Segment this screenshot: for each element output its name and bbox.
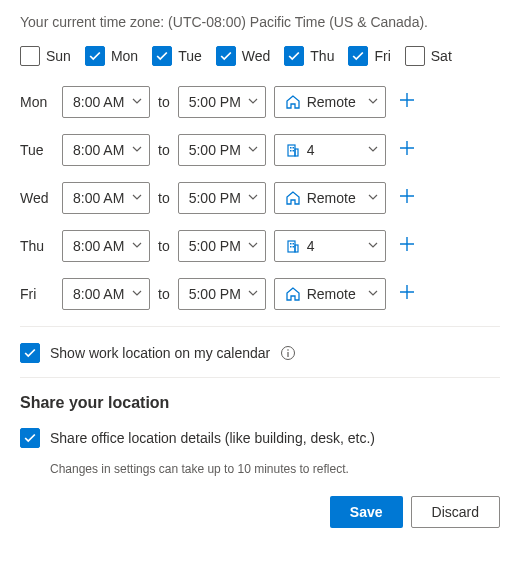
chevron-down-icon bbox=[131, 286, 143, 302]
chevron-down-icon bbox=[131, 190, 143, 206]
weekday-label: Thu bbox=[310, 48, 334, 64]
to-label: to bbox=[158, 94, 170, 110]
weekday-label: Tue bbox=[178, 48, 202, 64]
weekday-label: Wed bbox=[242, 48, 271, 64]
weekday-label: Sun bbox=[46, 48, 71, 64]
divider bbox=[20, 326, 500, 327]
chevron-down-icon bbox=[131, 238, 143, 254]
show-location-option: Show work location on my calendar bbox=[20, 343, 500, 363]
to-label: to bbox=[158, 286, 170, 302]
schedule-day-label: Thu bbox=[20, 238, 54, 254]
add-slot-button[interactable] bbox=[394, 281, 420, 307]
start-time-value: 8:00 AM bbox=[73, 286, 124, 302]
start-time-dropdown[interactable]: 8:00 AM bbox=[62, 86, 150, 118]
chevron-down-icon bbox=[247, 94, 259, 110]
end-time-dropdown[interactable]: 5:00 PM bbox=[178, 182, 266, 214]
chevron-down-icon bbox=[367, 286, 379, 302]
location-value: 4 bbox=[307, 142, 315, 158]
chevron-down-icon bbox=[131, 94, 143, 110]
show-location-checkbox[interactable] bbox=[20, 343, 40, 363]
location-dropdown[interactable]: Remote bbox=[274, 278, 386, 310]
end-time-value: 5:00 PM bbox=[189, 190, 241, 206]
add-slot-button[interactable] bbox=[394, 185, 420, 211]
discard-button[interactable]: Discard bbox=[411, 496, 500, 528]
start-time-dropdown[interactable]: 8:00 AM bbox=[62, 182, 150, 214]
weekday-thu: Thu bbox=[284, 46, 334, 66]
start-time-dropdown[interactable]: 8:00 AM bbox=[62, 278, 150, 310]
svg-rect-10 bbox=[290, 246, 292, 248]
end-time-dropdown[interactable]: 5:00 PM bbox=[178, 134, 266, 166]
weekday-checkbox-wed[interactable] bbox=[216, 46, 236, 66]
weekday-fri: Fri bbox=[348, 46, 390, 66]
timezone-text: Your current time zone: (UTC-08:00) Paci… bbox=[20, 14, 500, 30]
schedule-row-tue: Tue8:00 AMto5:00 PM4 bbox=[20, 134, 500, 166]
weekday-mon: Mon bbox=[85, 46, 138, 66]
weekday-sun: Sun bbox=[20, 46, 71, 66]
svg-rect-7 bbox=[295, 245, 298, 252]
weekday-checkbox-sat[interactable] bbox=[405, 46, 425, 66]
home-icon bbox=[285, 94, 301, 110]
end-time-dropdown[interactable]: 5:00 PM bbox=[178, 86, 266, 118]
schedule-day-label: Fri bbox=[20, 286, 54, 302]
weekday-tue: Tue bbox=[152, 46, 202, 66]
add-slot-button[interactable] bbox=[394, 233, 420, 259]
start-time-value: 8:00 AM bbox=[73, 142, 124, 158]
location-value: 4 bbox=[307, 238, 315, 254]
home-icon bbox=[285, 286, 301, 302]
weekday-selector: SunMonTueWedThuFriSat bbox=[20, 46, 500, 66]
weekday-checkbox-mon[interactable] bbox=[85, 46, 105, 66]
location-dropdown[interactable]: 4 bbox=[274, 134, 386, 166]
weekday-sat: Sat bbox=[405, 46, 452, 66]
schedule-day-label: Mon bbox=[20, 94, 54, 110]
schedule-day-label: Tue bbox=[20, 142, 54, 158]
end-time-dropdown[interactable]: 5:00 PM bbox=[178, 278, 266, 310]
schedule-row-fri: Fri8:00 AMto5:00 PMRemote bbox=[20, 278, 500, 310]
start-time-dropdown[interactable]: 8:00 AM bbox=[62, 230, 150, 262]
location-value: Remote bbox=[307, 286, 356, 302]
start-time-value: 8:00 AM bbox=[73, 94, 124, 110]
end-time-value: 5:00 PM bbox=[189, 94, 241, 110]
weekday-wed: Wed bbox=[216, 46, 271, 66]
schedule-row-wed: Wed8:00 AMto5:00 PMRemote bbox=[20, 182, 500, 214]
building-icon bbox=[285, 238, 301, 254]
svg-rect-2 bbox=[290, 147, 292, 149]
end-time-value: 5:00 PM bbox=[189, 238, 241, 254]
footer-buttons: Save Discard bbox=[20, 496, 500, 528]
save-button[interactable]: Save bbox=[330, 496, 403, 528]
svg-rect-5 bbox=[292, 150, 294, 152]
add-slot-button[interactable] bbox=[394, 89, 420, 115]
show-location-label: Show work location on my calendar bbox=[50, 345, 270, 361]
add-slot-button[interactable] bbox=[394, 137, 420, 163]
end-time-dropdown[interactable]: 5:00 PM bbox=[178, 230, 266, 262]
chevron-down-icon bbox=[247, 286, 259, 302]
location-value: Remote bbox=[307, 190, 356, 206]
svg-rect-8 bbox=[290, 243, 292, 245]
share-details-checkbox[interactable] bbox=[20, 428, 40, 448]
chevron-down-icon bbox=[131, 142, 143, 158]
chevron-down-icon bbox=[367, 94, 379, 110]
to-label: to bbox=[158, 190, 170, 206]
chevron-down-icon bbox=[367, 190, 379, 206]
svg-rect-1 bbox=[295, 149, 298, 156]
start-time-dropdown[interactable]: 8:00 AM bbox=[62, 134, 150, 166]
weekday-checkbox-fri[interactable] bbox=[348, 46, 368, 66]
home-icon bbox=[285, 190, 301, 206]
weekday-label: Mon bbox=[111, 48, 138, 64]
chevron-down-icon bbox=[367, 238, 379, 254]
info-icon[interactable] bbox=[280, 345, 296, 361]
location-dropdown[interactable]: 4 bbox=[274, 230, 386, 262]
share-details-label: Share office location details (like buil… bbox=[50, 430, 375, 446]
weekday-checkbox-tue[interactable] bbox=[152, 46, 172, 66]
weekday-checkbox-thu[interactable] bbox=[284, 46, 304, 66]
weekday-checkbox-sun[interactable] bbox=[20, 46, 40, 66]
to-label: to bbox=[158, 142, 170, 158]
chevron-down-icon bbox=[247, 142, 259, 158]
chevron-down-icon bbox=[367, 142, 379, 158]
location-dropdown[interactable]: Remote bbox=[274, 182, 386, 214]
share-location-heading: Share your location bbox=[20, 394, 500, 412]
schedule-row-thu: Thu8:00 AMto5:00 PM4 bbox=[20, 230, 500, 262]
location-dropdown[interactable]: Remote bbox=[274, 86, 386, 118]
to-label: to bbox=[158, 238, 170, 254]
settings-hint: Changes in settings can take up to 10 mi… bbox=[50, 462, 500, 476]
start-time-value: 8:00 AM bbox=[73, 190, 124, 206]
